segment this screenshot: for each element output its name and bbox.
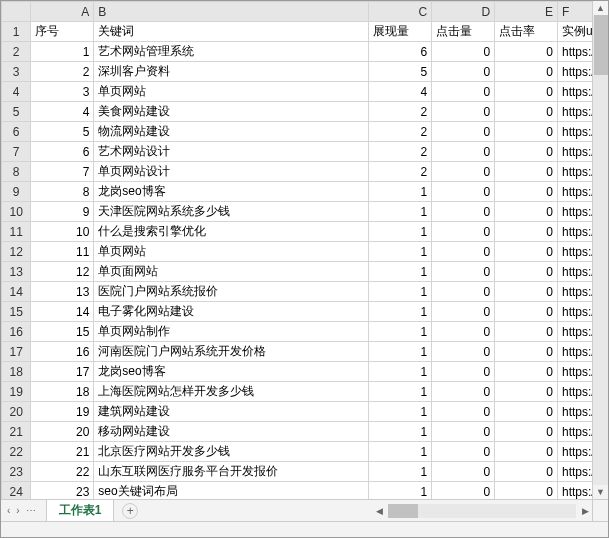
row-header[interactable]: 6 — [2, 122, 31, 142]
cell[interactable]: 1 — [369, 222, 432, 242]
col-header-D[interactable]: D — [432, 2, 495, 22]
cell[interactable]: 0 — [432, 102, 495, 122]
cell[interactable]: 0 — [432, 442, 495, 462]
cell[interactable]: 医院门户网站系统报价 — [94, 282, 369, 302]
vscroll-track[interactable] — [593, 15, 608, 485]
cell[interactable]: 0 — [495, 442, 558, 462]
cell[interactable]: 建筑网站建设 — [94, 402, 369, 422]
row-header[interactable]: 4 — [2, 82, 31, 102]
cell[interactable]: 0 — [495, 482, 558, 500]
cell[interactable]: 10 — [31, 222, 94, 242]
cell[interactable]: 上海医院网站怎样开发多少钱 — [94, 382, 369, 402]
cell[interactable]: 单页网站 — [94, 242, 369, 262]
cell[interactable]: 什么是搜索引擎优化 — [94, 222, 369, 242]
cell[interactable]: 0 — [432, 42, 495, 62]
cell[interactable]: 单页网站设计 — [94, 162, 369, 182]
cell[interactable]: 1 — [369, 342, 432, 362]
scroll-left-arrow-icon[interactable]: ◀ — [372, 504, 386, 518]
cell[interactable]: 0 — [495, 462, 558, 482]
cell[interactable]: 0 — [495, 262, 558, 282]
row-header[interactable]: 10 — [2, 202, 31, 222]
cell[interactable]: 河南医院门户网站系统开发价格 — [94, 342, 369, 362]
cell[interactable]: 0 — [432, 362, 495, 382]
cell[interactable]: 7 — [31, 162, 94, 182]
cell[interactable]: 0 — [432, 262, 495, 282]
horizontal-scrollbar[interactable]: ◀ ▶ — [372, 499, 592, 521]
cell[interactable]: 0 — [432, 422, 495, 442]
cell[interactable]: 20 — [31, 422, 94, 442]
cell[interactable]: 0 — [495, 122, 558, 142]
row-header[interactable]: 24 — [2, 482, 31, 500]
cell[interactable]: 12 — [31, 262, 94, 282]
cell[interactable]: 艺术网站设计 — [94, 142, 369, 162]
cell[interactable]: 1 — [369, 322, 432, 342]
cell[interactable]: 1 — [369, 302, 432, 322]
cell[interactable]: 2 — [369, 142, 432, 162]
cell[interactable]: 1 — [369, 262, 432, 282]
cell[interactable]: 0 — [495, 342, 558, 362]
cell[interactable]: 0 — [495, 82, 558, 102]
cell[interactable]: 0 — [495, 242, 558, 262]
cell[interactable]: 0 — [432, 62, 495, 82]
cell[interactable]: 1 — [369, 402, 432, 422]
cell[interactable]: 0 — [432, 462, 495, 482]
cell[interactable]: 1 — [369, 182, 432, 202]
cell[interactable]: 美食网站建设 — [94, 102, 369, 122]
cell[interactable]: 0 — [495, 422, 558, 442]
row-header[interactable]: 1 — [2, 22, 31, 42]
cell[interactable]: 物流网站建设 — [94, 122, 369, 142]
cell[interactable]: 北京医疗网站开发多少钱 — [94, 442, 369, 462]
row-header[interactable]: 15 — [2, 302, 31, 322]
cell[interactable]: 9 — [31, 202, 94, 222]
vscroll-thumb[interactable] — [594, 15, 608, 75]
row-header[interactable]: 8 — [2, 162, 31, 182]
cell[interactable]: 0 — [432, 482, 495, 500]
cell[interactable]: 1 — [369, 462, 432, 482]
cell[interactable]: 天津医院网站系统多少钱 — [94, 202, 369, 222]
cell[interactable]: 0 — [495, 302, 558, 322]
cell[interactable]: 0 — [495, 402, 558, 422]
vertical-scrollbar[interactable]: ▲ ▼ — [592, 1, 608, 499]
cell[interactable]: 单页网站 — [94, 82, 369, 102]
cell[interactable]: 0 — [432, 322, 495, 342]
cell[interactable]: 16 — [31, 342, 94, 362]
cell[interactable]: 0 — [495, 382, 558, 402]
cell[interactable]: 0 — [432, 82, 495, 102]
cell[interactable]: 1 — [369, 482, 432, 500]
scroll-right-arrow-icon[interactable]: ▶ — [578, 504, 592, 518]
cell[interactable]: 15 — [31, 322, 94, 342]
cell[interactable]: 4 — [31, 102, 94, 122]
row-header[interactable]: 20 — [2, 402, 31, 422]
cell[interactable]: 8 — [31, 182, 94, 202]
cell[interactable]: 21 — [31, 442, 94, 462]
row-header[interactable]: 17 — [2, 342, 31, 362]
cell[interactable]: 5 — [369, 62, 432, 82]
cell[interactable]: 13 — [31, 282, 94, 302]
cell[interactable]: 0 — [495, 42, 558, 62]
cell[interactable]: 0 — [495, 202, 558, 222]
cell[interactable]: 0 — [495, 102, 558, 122]
cell[interactable]: 1 — [369, 282, 432, 302]
cell[interactable]: 龙岗seo博客 — [94, 182, 369, 202]
scroll-up-arrow-icon[interactable]: ▲ — [593, 1, 608, 15]
col-header-A[interactable]: A — [31, 2, 94, 22]
row-header[interactable]: 22 — [2, 442, 31, 462]
col-header-C[interactable]: C — [369, 2, 432, 22]
cell[interactable]: 17 — [31, 362, 94, 382]
cell[interactable]: 龙岗seo博客 — [94, 362, 369, 382]
row-header[interactable]: 12 — [2, 242, 31, 262]
cell[interactable]: 0 — [495, 282, 558, 302]
cell[interactable]: 0 — [432, 122, 495, 142]
cell[interactable]: 序号 — [31, 22, 94, 42]
cell[interactable]: 1 — [369, 382, 432, 402]
cell[interactable]: 点击量 — [432, 22, 495, 42]
cell[interactable]: 0 — [432, 302, 495, 322]
sheet-tab-active[interactable]: 工作表1 — [46, 499, 115, 523]
cell[interactable]: 点击率 — [495, 22, 558, 42]
row-header[interactable]: 23 — [2, 462, 31, 482]
hscroll-track[interactable] — [388, 504, 576, 518]
cell[interactable]: 0 — [495, 142, 558, 162]
cell[interactable]: 单页面网站 — [94, 262, 369, 282]
col-header-B[interactable]: B — [94, 2, 369, 22]
cell[interactable]: 关键词 — [94, 22, 369, 42]
